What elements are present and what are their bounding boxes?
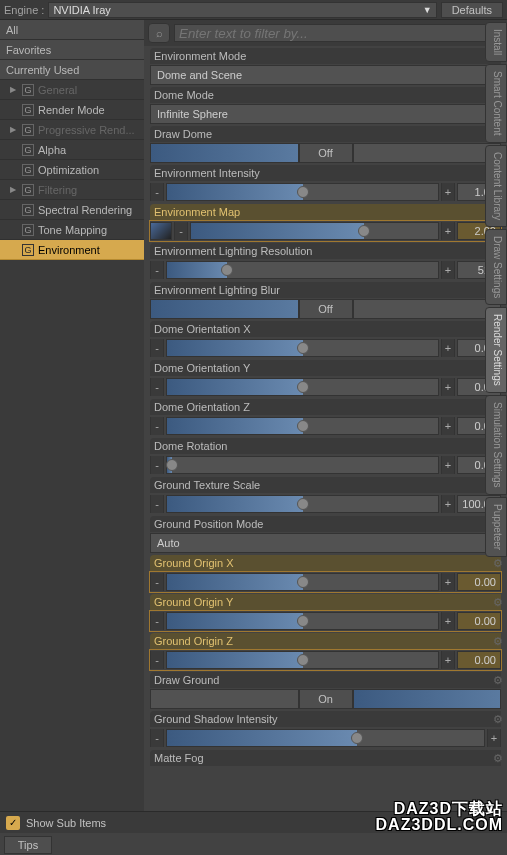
increment-button[interactable]: + xyxy=(441,456,455,474)
slider-thumb[interactable] xyxy=(297,576,309,588)
sidebar-item-filtering[interactable]: ▶GFiltering xyxy=(0,180,144,200)
slider-thumb[interactable] xyxy=(358,225,370,237)
slider-track[interactable] xyxy=(166,495,439,513)
slider-thumb[interactable] xyxy=(221,264,233,276)
slider-thumb[interactable] xyxy=(297,342,309,354)
slider-track[interactable] xyxy=(166,651,439,669)
increment-button[interactable]: + xyxy=(441,222,455,240)
slider-track[interactable] xyxy=(166,339,439,357)
slider-track[interactable] xyxy=(166,729,485,747)
prop-slider[interactable]: -+100.00 xyxy=(150,494,501,514)
prop-slider[interactable]: -+ xyxy=(150,728,501,748)
slider-track[interactable] xyxy=(190,222,439,240)
prop-slider[interactable]: -+0.00 xyxy=(150,338,501,358)
prop-dropdown[interactable]: Dome and Scene▼ xyxy=(150,65,501,85)
slider-track[interactable] xyxy=(166,456,439,474)
slider-thumb[interactable] xyxy=(297,615,309,627)
gear-icon[interactable]: ⚙ xyxy=(493,713,505,725)
slider-thumb[interactable] xyxy=(297,186,309,198)
prop-slider[interactable]: -+1.00 xyxy=(150,182,501,202)
increment-button[interactable]: + xyxy=(487,729,501,747)
sidebar-item-environment[interactable]: GEnvironment xyxy=(0,240,144,260)
panel-tab-content-library[interactable]: Content Library xyxy=(485,145,507,227)
prop-toggle[interactable]: Off xyxy=(150,299,501,319)
show-sub-checkbox[interactable]: ✓ xyxy=(6,816,20,830)
decrement-button[interactable]: - xyxy=(150,183,164,201)
slider-value[interactable]: 0.00 xyxy=(457,612,501,630)
map-thumbnail[interactable] xyxy=(150,222,172,240)
prop-slider[interactable]: -+0.00 xyxy=(150,377,501,397)
prop-slider[interactable]: -+512 xyxy=(150,260,501,280)
prop-toggle[interactable]: Off xyxy=(150,143,501,163)
sidebar-currently-used[interactable]: Currently Used xyxy=(0,60,144,80)
slider-thumb[interactable] xyxy=(166,459,178,471)
sidebar-item-optimization[interactable]: GOptimization xyxy=(0,160,144,180)
prop-slider[interactable]: -+0.00 xyxy=(150,611,501,631)
increment-button[interactable]: + xyxy=(441,339,455,357)
increment-button[interactable]: + xyxy=(441,573,455,591)
sidebar-favorites[interactable]: Favorites xyxy=(0,40,144,60)
gear-icon[interactable]: ⚙ xyxy=(493,635,505,647)
increment-button[interactable]: + xyxy=(441,261,455,279)
decrement-button[interactable]: - xyxy=(150,729,164,747)
decrement-button[interactable]: - xyxy=(150,456,164,474)
decrement-button[interactable]: - xyxy=(150,573,164,591)
defaults-button[interactable]: Defaults xyxy=(441,2,503,18)
decrement-button[interactable]: - xyxy=(150,495,164,513)
slider-track[interactable] xyxy=(166,573,439,591)
sidebar-item-tone-mapping[interactable]: GTone Mapping xyxy=(0,220,144,240)
panel-tab-simulation-settings[interactable]: Simulation Settings xyxy=(485,395,507,495)
increment-button[interactable]: + xyxy=(441,612,455,630)
slider-thumb[interactable] xyxy=(297,498,309,510)
slider-track[interactable] xyxy=(166,378,439,396)
sidebar-item-render-mode[interactable]: GRender Mode xyxy=(0,100,144,120)
prop-dropdown[interactable]: Auto▼ xyxy=(150,533,501,553)
slider-track[interactable] xyxy=(166,612,439,630)
increment-button[interactable]: + xyxy=(441,651,455,669)
slider-track[interactable] xyxy=(166,183,439,201)
decrement-button[interactable]: - xyxy=(150,612,164,630)
decrement-button[interactable]: - xyxy=(174,222,188,240)
tips-tab[interactable]: Tips xyxy=(4,836,52,854)
decrement-button[interactable]: - xyxy=(150,378,164,396)
sidebar-item-general[interactable]: ▶GGeneral xyxy=(0,80,144,100)
slider-value[interactable]: 0.00 xyxy=(457,573,501,591)
prop-slider[interactable]: -+2.00 xyxy=(150,221,501,241)
gear-icon[interactable]: ⚙ xyxy=(493,752,505,764)
slider-track[interactable] xyxy=(166,417,439,435)
decrement-button[interactable]: - xyxy=(150,417,164,435)
slider-track[interactable] xyxy=(166,261,439,279)
increment-button[interactable]: + xyxy=(441,417,455,435)
slider-thumb[interactable] xyxy=(351,732,363,744)
increment-button[interactable]: + xyxy=(441,495,455,513)
prop-dropdown[interactable]: Infinite Sphere▼ xyxy=(150,104,501,124)
prop-slider[interactable]: -+0.00 xyxy=(150,650,501,670)
panel-tab-install[interactable]: Install xyxy=(485,22,507,62)
engine-select[interactable]: NVIDIA Iray ▼ xyxy=(48,2,436,18)
prop-slider[interactable]: -+0.00 xyxy=(150,572,501,592)
sidebar-item-spectral-rendering[interactable]: GSpectral Rendering xyxy=(0,200,144,220)
decrement-button[interactable]: - xyxy=(150,651,164,669)
sidebar-all[interactable]: All xyxy=(0,20,144,40)
prop-slider[interactable]: -+0.00 xyxy=(150,455,501,475)
slider-thumb[interactable] xyxy=(297,381,309,393)
search-icon[interactable]: ⌕ xyxy=(148,23,170,43)
gear-icon[interactable]: ⚙ xyxy=(493,674,505,686)
sidebar-item-alpha[interactable]: GAlpha xyxy=(0,140,144,160)
prop-slider[interactable]: -+0.00 xyxy=(150,416,501,436)
decrement-button[interactable]: - xyxy=(150,339,164,357)
panel-tab-draw-settings[interactable]: Draw Settings xyxy=(485,229,507,305)
panel-tab-puppeteer[interactable]: Puppeteer xyxy=(485,497,507,557)
gear-icon[interactable]: ⚙ xyxy=(493,596,505,608)
prop-toggle[interactable]: On xyxy=(150,689,501,709)
increment-button[interactable]: + xyxy=(441,183,455,201)
filter-input[interactable] xyxy=(174,24,503,42)
decrement-button[interactable]: - xyxy=(150,261,164,279)
slider-thumb[interactable] xyxy=(297,654,309,666)
slider-thumb[interactable] xyxy=(297,420,309,432)
gear-icon[interactable]: ⚙ xyxy=(493,557,505,569)
panel-tab-smart-content[interactable]: Smart Content xyxy=(485,64,507,142)
slider-value[interactable]: 0.00 xyxy=(457,651,501,669)
sidebar-item-progressive-rend-[interactable]: ▶GProgressive Rend... xyxy=(0,120,144,140)
panel-tab-render-settings[interactable]: Render Settings xyxy=(485,307,507,393)
